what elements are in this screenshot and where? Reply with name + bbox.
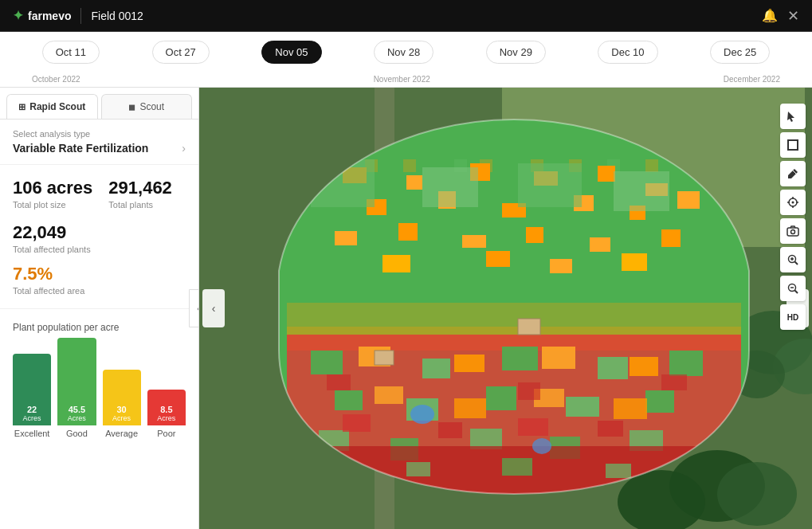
svg-rect-75 [669,351,703,376]
bar-chart: 22 Acres Excellent 45.5 Acres Good [13,343,186,438]
draw-tool-btn[interactable] [780,161,806,186]
bar-excellent-acres: Acres [23,414,41,422]
svg-rect-55 [398,223,418,241]
rectangle-tool-btn[interactable] [780,132,806,158]
analysis-select-row[interactable]: Variable Rate Fertilization › [13,142,186,155]
chart-title: Plant population per acre [13,322,186,333]
timeline-date-nov28[interactable]: Nov 28 [374,41,433,64]
bar-good-label: Good [66,429,88,438]
svg-rect-40 [684,159,696,172]
bar-average-value: 30 [117,405,127,414]
bar-poor-label: Poor [157,429,175,438]
total-plants-value: 291,462 [108,178,172,198]
timeline-date-dec10[interactable]: Dec 10 [598,41,657,64]
svg-rect-103 [406,462,430,476]
rapid-scout-label: Rapid Scout [29,101,85,112]
svg-rect-76 [335,390,363,410]
zoom-out-tool-btn[interactable] [780,276,806,301]
svg-rect-67 [614,171,669,211]
nav-left-btn[interactable]: ‹ [202,289,225,327]
svg-rect-111 [788,140,798,150]
svg-rect-96 [661,374,687,390]
affected-area-value: 7.5% [13,264,186,284]
svg-rect-72 [422,359,450,378]
timeline-date-nov05[interactable]: Nov 05 [261,41,321,64]
stats-section: 106 acres Total plot size 291,462 Total … [0,165,198,309]
bar-excellent: 22 Acres Excellent [13,354,51,438]
total-plot-size-value: 106 acres [13,178,92,198]
svg-rect-99 [518,418,548,436]
bar-excellent-label: Excellent [14,429,50,438]
svg-rect-102 [311,458,339,474]
affected-plants-label: Total affected plants [13,245,186,254]
svg-rect-100 [598,421,623,437]
svg-rect-56 [462,235,486,248]
svg-line-126 [795,291,798,294]
svg-rect-60 [382,255,410,272]
svg-point-108 [532,438,551,454]
bar-poor-bar: 8.5 Acres [147,390,186,425]
rapid-scout-tab[interactable]: ⊞ Rapid Scout [6,94,98,119]
svg-rect-59 [661,229,681,247]
close-icon[interactable]: ✕ [787,7,799,25]
svg-rect-69 [287,303,741,327]
affected-plants-value: 22,049 [13,222,186,243]
svg-rect-54 [335,231,357,245]
svg-rect-53 [677,191,700,209]
svg-rect-95 [518,382,540,400]
sidebar: ⊞ Rapid Scout ◼ Scout Select analysis ty… [0,88,199,529]
total-plot-size-label: Total plot size [13,200,92,210]
hd-tool-btn[interactable]: HD [780,304,806,330]
logo-star-icon: ✦ [13,8,23,23]
timeline-date-oct11[interactable]: Oct 11 [42,41,100,64]
main-content: ⊞ Rapid Scout ◼ Scout Select analysis ty… [0,88,812,529]
timeline: Oct 11 Oct 27 Nov 05 Nov 28 Nov 29 Dec 1… [0,32,812,88]
bar-poor-value: 8.5 [160,405,172,414]
nav-left-icon: ‹ [212,302,216,315]
timeline-date-dec25[interactable]: Dec 25 [710,41,770,64]
scout-label: Scout [139,101,164,112]
timeline-dates: Oct 11 Oct 27 Nov 05 Nov 28 Nov 29 Dec 1… [16,41,796,78]
chevron-right-icon[interactable]: › [182,142,186,155]
bell-icon[interactable]: 🔔 [762,8,778,23]
analysis-select-label: Select analysis type [13,129,186,139]
field-title: Field 0012 [91,10,752,22]
target-tool-btn[interactable] [780,190,806,215]
svg-rect-46 [598,166,615,182]
total-plot-size: 106 acres Total plot size [13,178,92,210]
map-area: ‹ › [199,88,812,529]
affected-plants: 22,049 Total affected plants [13,222,186,254]
svg-rect-65 [422,167,478,207]
svg-rect-109 [518,319,540,335]
svg-rect-90 [375,386,403,404]
timeline-date-oct27[interactable]: Oct 27 [152,41,210,64]
scout-tab[interactable]: ◼ Scout [101,94,193,119]
svg-rect-119 [787,228,798,236]
svg-rect-89 [630,357,658,376]
header-divider [80,8,81,24]
bar-average-label: Average [105,429,138,438]
svg-rect-88 [542,347,575,369]
svg-point-120 [791,230,795,234]
select-tool-btn[interactable] [780,104,806,129]
plot-stats-row: 106 acres Total plot size 291,462 Total … [13,178,186,210]
svg-rect-87 [454,355,484,372]
svg-rect-62 [550,259,572,273]
total-plants: 291,462 Total plants [108,178,172,210]
svg-rect-80 [645,390,674,413]
bar-poor: 8.5 Acres Poor [147,390,186,438]
field-heatmap [263,112,765,502]
chart-section: Plant population per acre 22 Acres Excel… [0,309,198,457]
bar-good-value: 45.5 [69,405,85,414]
sidebar-collapse-btn[interactable]: ‹ [189,289,199,327]
svg-rect-98 [438,422,462,438]
svg-rect-73 [502,347,538,370]
rapid-scout-icon: ⊞ [18,102,25,112]
timeline-date-nov29[interactable]: Nov 29 [486,41,546,64]
svg-rect-57 [526,227,543,243]
svg-point-114 [792,202,794,204]
zoom-in-tool-btn[interactable] [780,247,806,272]
camera-tool-btn[interactable] [780,218,806,244]
bar-good-acres: Acres [68,414,86,422]
svg-rect-97 [343,414,371,432]
